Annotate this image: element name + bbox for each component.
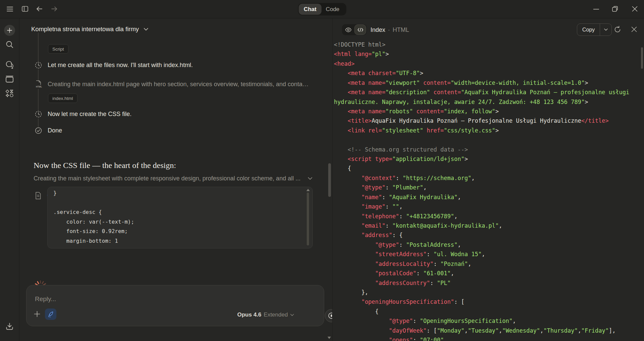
check-circle-icon [35, 127, 42, 134]
chevron-down-icon [290, 314, 294, 316]
snippet-line: .service-desc { [53, 208, 134, 217]
copy-button-group: Copy [577, 23, 612, 36]
step-text: Creating the main index.html page with h… [48, 81, 308, 88]
window-restore-button[interactable] [612, 6, 618, 12]
quill-icon [48, 311, 54, 318]
collapsed-tool-row[interactable]: Creating the main stylesheet with comple… [34, 175, 312, 182]
refresh-button[interactable] [614, 26, 621, 33]
timeline-line [38, 69, 39, 81]
snippet-line: font-size: 0.92rem; [53, 227, 134, 236]
close-panel-button[interactable] [631, 26, 637, 32]
code-line: "addressLocality": "Poznań", [334, 259, 643, 269]
step-row[interactable]: HTML Creating the main index.html page w… [35, 80, 308, 88]
eye-icon [345, 27, 352, 32]
code-line: <!-- Schema.org structured data --> [334, 145, 643, 154]
code-line: <meta charset="UTF-8"> [334, 68, 643, 78]
code-line: "opens": "07:00" [334, 335, 643, 341]
code-line: hydrauliczne. Naprawy, instalacje, awari… [334, 97, 643, 107]
step-row: Done [35, 127, 62, 134]
clock-icon [35, 62, 42, 69]
timeline-line [38, 118, 39, 127]
stop-button[interactable] [325, 309, 332, 322]
index-html-chip[interactable]: index.html [48, 94, 78, 103]
attach-button[interactable] [34, 311, 40, 317]
spinner-bar [40, 280, 41, 284]
model-mode: Extended [264, 311, 288, 318]
code-line: <head> [334, 59, 643, 68]
scroll-up-arrow-icon[interactable] [306, 188, 310, 191]
chat-panel: Kompletna strona internetowa dla firmy S… [19, 18, 332, 341]
sidebar-toggle-icon[interactable] [22, 6, 28, 12]
code-line: "@type": "OpeningHoursSpecification", [334, 316, 643, 326]
snippet-line [53, 198, 134, 208]
code-line: "@type": "Plumber", [334, 183, 643, 192]
artifacts-icon[interactable] [0, 89, 19, 98]
plus-icon [4, 25, 15, 36]
reply-input-placeholder[interactable]: Reply... [35, 295, 56, 303]
code-editor-content[interactable]: <!DOCTYPE html><html lang="pl"><head> <m… [334, 40, 643, 341]
close-icon [631, 26, 637, 32]
snippet-scrollbar[interactable] [307, 192, 309, 245]
collapsed-tool-text: Creating the main stylesheet with comple… [34, 175, 300, 182]
hamburger-menu-icon[interactable] [7, 6, 13, 12]
script-chip[interactable]: Script [48, 44, 68, 54]
tab-code[interactable]: Code [321, 4, 344, 15]
code-line: <meta name="description" content="AquaFi… [334, 88, 643, 97]
spinner-bar [37, 281, 40, 284]
model-selector[interactable]: Opus 4.6 Extended [237, 311, 294, 318]
window-close-button[interactable] [632, 6, 638, 12]
code-line: <link rel="stylesheet" href="css/style.c… [334, 126, 643, 135]
clock-icon [35, 111, 42, 118]
reply-box[interactable]: Reply... Opus 4.6 Extended [26, 285, 324, 326]
step-text: Done [48, 127, 62, 134]
preview-eye-button[interactable] [342, 24, 354, 35]
copy-dropdown-button[interactable] [600, 24, 611, 36]
code-line: "postalCode": "61-001", [334, 269, 643, 278]
back-arrow-icon[interactable] [36, 6, 43, 12]
code-scrollbar[interactable] [641, 47, 643, 69]
html-file-icon: HTML [35, 80, 42, 88]
code-line: "@type": "PostalAddress", [334, 240, 643, 249]
code-line: { [334, 307, 643, 316]
projects-icon[interactable] [0, 75, 19, 83]
code-snippet-block[interactable]: } .service-desc { color: var(--text-m); … [47, 187, 313, 248]
code-panel: Index · HTML Copy <!DOCTYPE html><html l… [332, 18, 644, 341]
chats-icon[interactable] [0, 61, 19, 69]
code-snippet-lines: } .service-desc { color: var(--text-m); … [53, 188, 134, 246]
code-line: "dayOfWeek": ["Monday","Tuesday","Wednes… [334, 326, 643, 335]
model-name: Opus 4.6 [237, 311, 261, 318]
forward-arrow-icon[interactable] [51, 6, 57, 12]
code-line: "addressCountry": "PL" [334, 278, 643, 288]
new-chat-button[interactable] [0, 25, 19, 36]
step-text: Now let me create the CSS file. [48, 111, 132, 118]
code-line: "address": { [334, 230, 643, 240]
code-view-button[interactable] [354, 24, 366, 35]
timeline-line [38, 89, 39, 111]
scroll-down-arrow-icon[interactable] [327, 336, 331, 339]
plus-icon [34, 311, 40, 317]
download-icon[interactable] [0, 323, 19, 330]
copy-button[interactable]: Copy [577, 24, 600, 36]
assistant-heading: Now the CSS file — the heart of the desi… [34, 161, 176, 170]
code-line: <html lang="pl"> [334, 49, 643, 59]
chevron-down-icon [308, 177, 312, 180]
code-line: "name": "AquaFix Hydraulika", [334, 192, 643, 202]
code-line: { [334, 164, 643, 173]
svg-text:HTML: HTML [36, 86, 42, 88]
search-icon[interactable] [0, 41, 19, 48]
file-language: HTML [393, 26, 409, 34]
chat-scrollbar[interactable] [328, 163, 331, 197]
code-line: <meta name="viewport" content="width=dev… [334, 78, 643, 88]
file-header: Index · HTML [370, 26, 409, 34]
stop-icon [328, 312, 332, 319]
conversation-title-bar[interactable]: Kompletna strona internetowa dla firmy [31, 25, 148, 33]
document-icon [35, 192, 41, 200]
step-text: Let me create all the files now. I'll st… [48, 62, 193, 69]
style-button[interactable] [45, 308, 56, 320]
tab-chat[interactable]: Chat [299, 4, 321, 15]
code-line: <script type="application/ld+json"> [334, 154, 643, 164]
refresh-icon [614, 26, 621, 33]
code-line: "@context": "https://schema.org", [334, 173, 643, 183]
window-minimize-button[interactable] [593, 9, 599, 10]
snippet-line: margin-bottom: 1 [53, 236, 134, 246]
